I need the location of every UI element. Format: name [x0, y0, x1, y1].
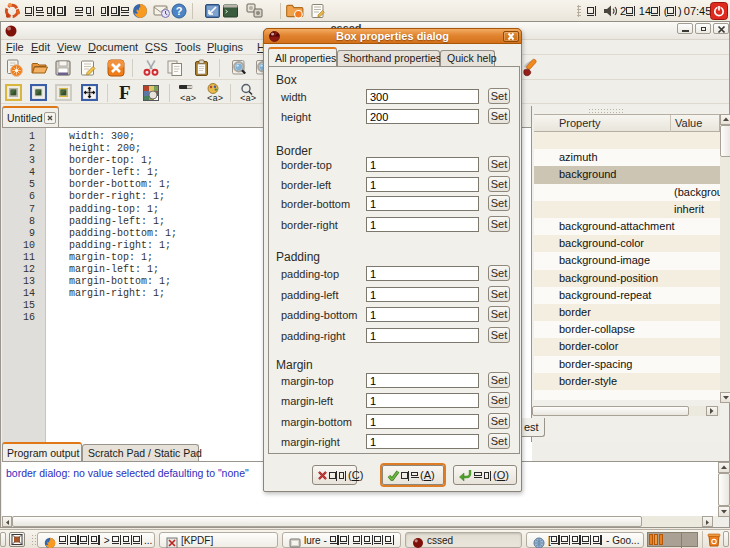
svg-text:?: ? [176, 5, 183, 17]
svg-text:<a>: <a> [240, 94, 256, 103]
svg-text:<a>: <a> [180, 94, 196, 103]
svg-text:<a>: <a> [207, 94, 223, 103]
